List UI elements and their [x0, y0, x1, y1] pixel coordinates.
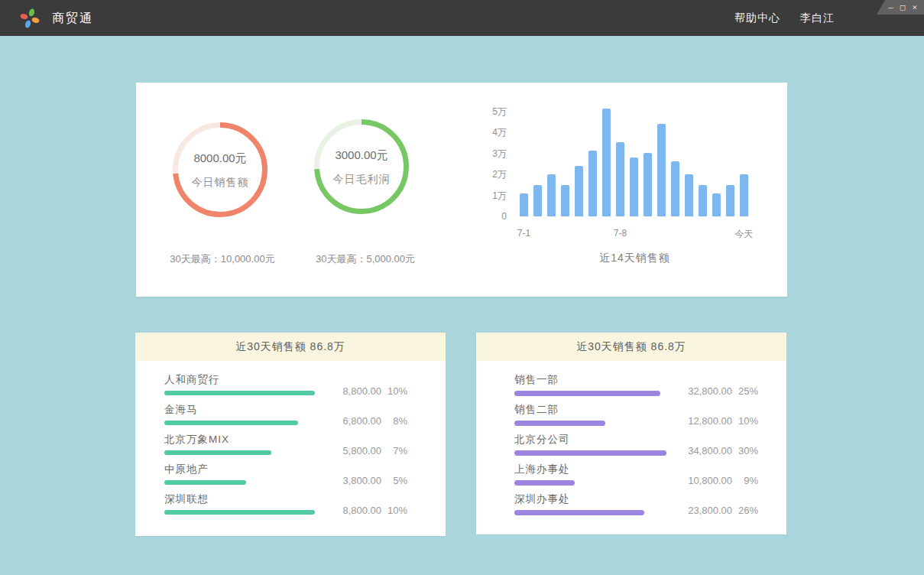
chart-bar	[726, 185, 734, 216]
list-item-name: 中原地产	[164, 463, 446, 476]
list-item-name: 上海办事处	[514, 463, 786, 476]
list-item-name: 北京万象MIX	[164, 434, 446, 446]
maximize-icon[interactable]: □	[900, 3, 906, 11]
chart-bar	[602, 109, 611, 216]
department-sales-card: 近30天销售额 86.8万 销售一部 32,800.00 25% 销售二部 12…	[476, 333, 786, 534]
list-item-name: 深圳联想	[164, 493, 446, 505]
app-title: 商贸通	[52, 0, 93, 36]
list-item-amount: 6,800.00	[326, 415, 381, 427]
chart-bar	[644, 153, 652, 216]
list-item-percent: 7%	[381, 445, 407, 456]
list-item-name: 深圳办事处	[514, 493, 786, 505]
chart-bar	[588, 151, 597, 216]
list-item[interactable]: 上海办事处 10,800.00 9%	[514, 463, 786, 485]
today-sales-gauge: 8000.00元 今日销售额	[173, 122, 267, 217]
chart-bar	[533, 185, 542, 216]
chart-bar	[740, 174, 748, 216]
chart-bar	[520, 193, 528, 216]
list-item-amount: 23,800.00	[677, 505, 732, 516]
list-item-bar	[164, 391, 315, 395]
x-axis-label: 今天	[735, 228, 754, 241]
list-item-amount: 10,800.00	[677, 475, 732, 486]
list-item-amount: 8,800.00	[326, 385, 381, 397]
app-window: 商贸通 帮助中心 李白江 — □ × 8000.00元 今日销售额 30天最高：…	[0, 0, 924, 575]
list-item[interactable]: 北京分公司 34,800.00 30%	[514, 434, 786, 455]
customer-list: 人和商贸行 8,800.00 10% 金海马 6,800.00 8% 北京万象M…	[135, 361, 446, 515]
list-item-name: 北京分公司	[514, 434, 786, 446]
bar-chart-title: 近14天销售额	[507, 252, 763, 265]
y-axis-tick: 4万	[465, 127, 507, 138]
list-item-percent: 30%	[732, 445, 758, 456]
titlebar: 商贸通 帮助中心 李白江 — □ ×	[0, 0, 924, 36]
chart-bar	[630, 158, 638, 216]
list-item-percent: 5%	[381, 475, 407, 486]
y-axis-tick: 5万	[465, 106, 507, 117]
list-item-bar	[514, 421, 605, 426]
list-item-percent: 10%	[381, 385, 407, 397]
list-item[interactable]: 中原地产 3,800.00 5%	[164, 463, 446, 485]
chart-bar	[616, 142, 624, 216]
chart-bar	[547, 174, 556, 216]
today-sales-label: 今日销售额	[192, 176, 249, 190]
list-item-percent: 26%	[732, 505, 758, 516]
today-sales-value: 8000.00元	[193, 151, 246, 166]
department-card-header: 近30天销售额 86.8万	[476, 333, 786, 361]
list-item[interactable]: 销售一部 32,800.00 25%	[514, 374, 786, 395]
profit-30day-max: 30天最高：5,000.00元	[285, 252, 446, 266]
list-item-percent: 8%	[381, 415, 407, 427]
chart-bar	[671, 161, 679, 216]
department-card-title: 近30天销售额 86.8万	[576, 340, 686, 354]
y-axis-tick: 3万	[465, 148, 507, 159]
list-item-percent: 25%	[732, 385, 758, 397]
y-axis-tick: 0	[465, 211, 507, 222]
list-item[interactable]: 深圳办事处 23,800.00 26%	[514, 493, 786, 515]
chart-bar	[575, 166, 583, 216]
overview-card: 8000.00元 今日销售额 30天最高：10,000.00元 3000.00元…	[136, 83, 787, 297]
minimize-icon[interactable]: —	[888, 3, 893, 11]
list-item-bar	[164, 480, 246, 485]
window-controls: — □ ×	[877, 0, 924, 15]
list-item[interactable]: 人和商贸行 8,800.00 10%	[164, 374, 446, 395]
list-item-percent: 9%	[732, 475, 758, 486]
user-menu[interactable]: 李白江	[800, 11, 835, 25]
close-icon[interactable]: ×	[912, 3, 917, 11]
bar-chart-y-axis: 5万4万3万2万1万0	[465, 83, 507, 297]
list-item[interactable]: 深圳联想 8,800.00 10%	[164, 493, 446, 515]
chart-bar	[685, 174, 693, 216]
chart-bar	[699, 185, 707, 216]
list-item-bar	[514, 391, 660, 396]
titlebar-nav: 帮助中心 李白江	[734, 0, 835, 36]
today-profit-label: 今日毛利润	[333, 173, 391, 187]
list-item-name: 人和商贸行	[164, 374, 446, 386]
list-item-bar	[514, 480, 575, 486]
customer-sales-card: 近30天销售额 86.8万 人和商贸行 8,800.00 10% 金海马 6,8…	[135, 333, 446, 536]
customer-card-header: 近30天销售额 86.8万	[135, 333, 446, 361]
today-profit-value: 3000.00元	[335, 148, 387, 163]
list-item-bar	[164, 450, 271, 455]
list-item-amount: 5,800.00	[326, 445, 381, 456]
y-axis-tick: 1万	[465, 190, 507, 201]
list-item[interactable]: 金海马 6,800.00 8%	[164, 404, 446, 425]
department-list: 销售一部 32,800.00 25% 销售二部 12,800.00 10% 北京…	[476, 361, 786, 515]
list-item-amount: 3,800.00	[326, 475, 381, 486]
list-item-name: 销售二部	[514, 404, 786, 416]
today-profit-gauge: 3000.00元 今日毛利润	[314, 119, 409, 214]
x-axis-label: 7-1	[517, 228, 530, 239]
list-item-amount: 8,800.00	[326, 505, 381, 516]
list-item[interactable]: 北京万象MIX 5,800.00 7%	[164, 434, 446, 455]
chart-bar	[657, 124, 666, 216]
list-item-percent: 10%	[381, 505, 407, 516]
list-item-bar	[514, 450, 666, 456]
pinwheel-logo-icon	[18, 7, 41, 30]
sales-30day-max: 30天最高：10,000.00元	[142, 252, 303, 266]
list-item-bar	[164, 510, 315, 515]
x-axis-label: 7-8	[614, 228, 627, 239]
list-item-name: 金海马	[164, 404, 446, 416]
list-item-amount: 34,800.00	[677, 445, 732, 456]
customer-card-title: 近30天销售额 86.8万	[235, 340, 345, 354]
help-center-link[interactable]: 帮助中心	[734, 11, 780, 25]
chart-bar	[561, 185, 569, 216]
list-item-percent: 10%	[732, 415, 758, 427]
list-item[interactable]: 销售二部 12,800.00 10%	[514, 404, 786, 425]
list-item-amount: 32,800.00	[677, 385, 732, 397]
